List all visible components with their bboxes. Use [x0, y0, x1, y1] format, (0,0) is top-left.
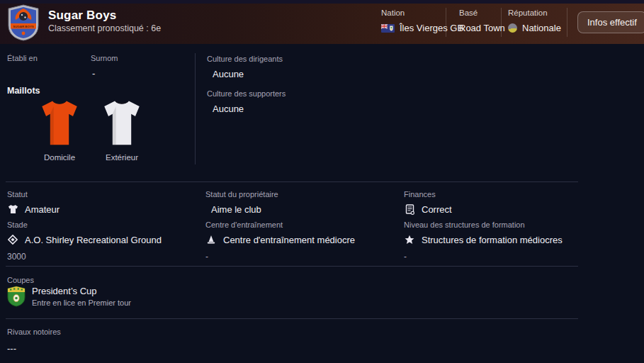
status-label: Statut	[7, 190, 200, 199]
fan-culture-label: Culture des supporters	[207, 89, 286, 98]
established-label: Établi en	[7, 54, 38, 62]
stadium-label: Stade	[7, 220, 200, 229]
predicted-finish: Classement pronostiqué : 6e	[48, 23, 161, 33]
finances-value: Correct	[422, 204, 452, 215]
section-divider	[6, 182, 578, 182]
club-name: Sugar Boys	[48, 9, 116, 23]
star-icon	[404, 234, 415, 245]
training-label: Centre d'entraînement	[205, 220, 398, 229]
finances-label: Finances	[404, 190, 597, 199]
kits-label: Maillots	[7, 86, 40, 96]
cup-name: President’s Cup	[32, 286, 131, 296]
away-kit: Extérieur	[98, 98, 146, 162]
nation-label: Nation	[381, 9, 405, 17]
home-kit-icon	[36, 98, 83, 147]
boardroom-culture-block: Culture des dirigeants Aucune	[207, 55, 283, 79]
nation-name: Îles Vierges GB	[400, 23, 463, 33]
stadium-icon	[7, 234, 18, 245]
kits-row: Domicile Extérieur	[35, 98, 146, 162]
away-kit-label: Extérieur	[98, 153, 146, 162]
fan-culture-value: Aucune	[207, 104, 286, 114]
shirt-icon	[7, 203, 18, 215]
ledger-icon	[404, 203, 415, 215]
rivals-value: ---	[7, 343, 16, 354]
club-header: SUGAR BOYS Sugar Boys Classement pronost…	[0, 0, 644, 44]
rivals-label: Rivaux notoires	[7, 328, 61, 336]
finances-cell: Finances Correct	[404, 190, 597, 216]
header-top-strip	[0, 0, 644, 4]
owner-status-value: Aime le club	[211, 204, 261, 215]
stadium-capacity: 3000	[7, 252, 200, 262]
boardroom-culture-value: Aucune	[207, 69, 283, 79]
vertical-divider	[195, 53, 196, 164]
owner-status-cell: Statut du propriétaire Aime le club	[205, 190, 398, 216]
fan-culture-block: Culture des supporters Aucune	[207, 89, 286, 114]
cup-status: Entre en lice en Premier tour	[32, 298, 131, 307]
header-divider	[501, 8, 502, 37]
header-divider	[446, 8, 446, 37]
nickname-value: -	[92, 68, 95, 79]
club-crest-icon: SUGAR BOYS	[7, 4, 40, 41]
away-kit-icon	[98, 98, 145, 147]
boardroom-culture-label: Culture des dirigeants	[207, 55, 283, 63]
based-city: Road Town	[459, 23, 505, 33]
training-cell: Centre d'entraînement Centre d'entraînem…	[205, 220, 398, 262]
reputation-label: Réputation	[508, 9, 548, 17]
training-cone-icon	[205, 234, 217, 245]
home-kit-label: Domicile	[35, 153, 84, 162]
youth-facilities-cell: Niveau des structures de formation Struc…	[404, 220, 597, 262]
home-kit: Domicile	[35, 98, 84, 162]
based-label: Basé	[459, 9, 478, 17]
training-sub: -	[205, 252, 398, 262]
nickname-label: Surnom	[91, 54, 118, 62]
stadium-name[interactable]: A.O. Shirley Recreational Ground	[25, 235, 162, 245]
cup-item[interactable]: President’s Cup Entre en lice en Premier…	[7, 286, 131, 307]
cup-crest-icon	[7, 286, 26, 307]
crest-banner-text: SUGAR BOYS	[13, 25, 34, 28]
club-overview-screen: SUGAR BOYS Sugar Boys Classement pronost…	[0, 0, 644, 363]
owner-status-label: Statut du propriétaire	[205, 190, 398, 199]
bvi-flag-icon	[381, 24, 395, 33]
status-value: Amateur	[25, 204, 60, 215]
header-divider	[567, 8, 567, 37]
status-cell: Statut Amateur	[7, 190, 200, 216]
youth-facilities-value: Structures de formation médiocres	[422, 235, 563, 245]
reputation-globe-icon	[508, 23, 517, 33]
cups-label: Coupes	[7, 276, 34, 284]
section-divider	[6, 266, 578, 267]
stadium-cell: Stade A.O. Shirley Recreational Ground 3…	[7, 220, 200, 262]
section-divider	[6, 318, 578, 319]
nation-value[interactable]: Îles Vierges GB	[381, 23, 463, 33]
youth-facilities-label: Niveau des structures de formation	[404, 220, 597, 229]
youth-facilities-sub: -	[404, 252, 597, 262]
reputation-level: Nationale	[522, 23, 561, 33]
training-value: Centre d'entraînement médiocre	[223, 235, 355, 245]
squad-info-button[interactable]: Infos effectif	[577, 11, 644, 33]
